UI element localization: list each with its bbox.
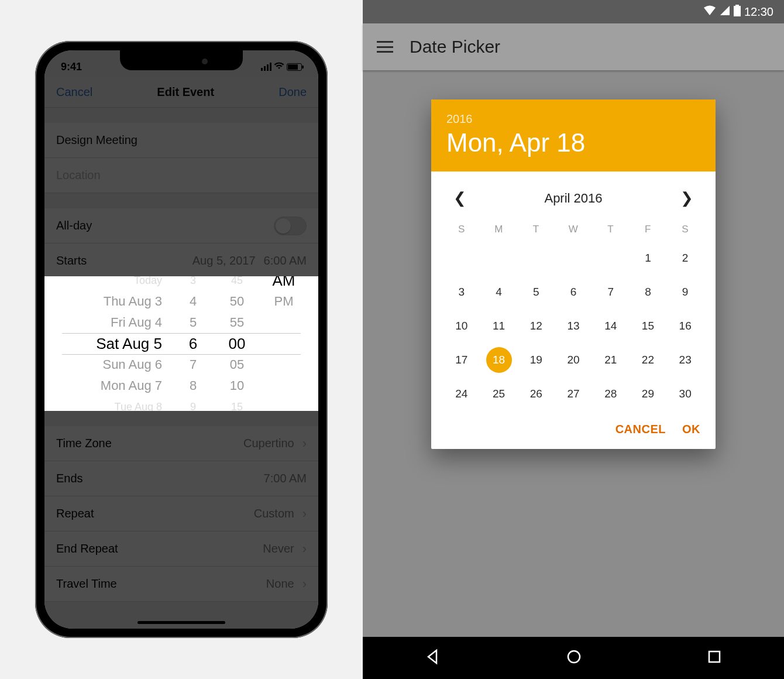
all-day-toggle[interactable] xyxy=(274,217,307,235)
travel-time-value: None xyxy=(266,577,294,591)
starts-date: Aug 5, 2017 xyxy=(192,254,256,268)
prev-month-button[interactable]: ❮ xyxy=(449,187,471,210)
chevron-right-icon: › xyxy=(302,506,307,522)
calendar-day[interactable]: 5 xyxy=(517,275,555,309)
datetime-picker[interactable]: Today Thu Aug 3 Fri Aug 4 Sat Aug 5 Sun … xyxy=(44,276,318,411)
all-day-label: All-day xyxy=(56,219,92,232)
menu-icon[interactable] xyxy=(377,41,393,53)
page-title: Edit Event xyxy=(157,85,214,99)
calendar-day[interactable]: 23 xyxy=(666,343,704,377)
picker-hour-wheel[interactable]: 3 4 5 6 7 8 9 xyxy=(173,276,214,411)
dialog-header: 2016 Mon, Apr 18 xyxy=(431,100,716,172)
calendar-day[interactable]: 1 xyxy=(630,241,667,275)
end-repeat-value: Never xyxy=(263,542,294,555)
calendar-day[interactable]: 21 xyxy=(592,343,630,377)
svg-point-0 xyxy=(568,651,580,663)
calendar-day[interactable]: 26 xyxy=(517,377,555,411)
starts-row[interactable]: Starts Aug 5, 2017 6:00 AM xyxy=(44,244,318,279)
calendar-day[interactable]: 14 xyxy=(592,309,630,343)
end-repeat-label: End Repeat xyxy=(56,542,118,555)
back-button[interactable] xyxy=(425,649,441,667)
month-label: April 2016 xyxy=(544,191,602,206)
recent-button[interactable] xyxy=(707,649,722,667)
calendar-day[interactable]: 24 xyxy=(443,377,480,411)
location-placeholder: Location xyxy=(56,169,101,182)
date-picker-dialog: 2016 Mon, Apr 18 ❮ April 2016 ❯ SMTWTFS … xyxy=(431,100,716,449)
repeat-value: Custom xyxy=(254,507,294,520)
cancel-button[interactable]: CANCEL xyxy=(615,423,666,436)
event-title-value: Design Meeting xyxy=(56,133,137,147)
calendar-day[interactable]: 12 xyxy=(517,309,555,343)
calendar-day[interactable]: 2 xyxy=(666,241,704,275)
android-nav-bar xyxy=(363,637,784,679)
home-button[interactable] xyxy=(566,649,582,667)
notch xyxy=(120,50,243,70)
calendar-day[interactable]: 11 xyxy=(480,309,518,343)
calendar-day[interactable]: 30 xyxy=(666,377,704,411)
calendar-day[interactable]: 19 xyxy=(517,343,555,377)
ios-navbar: Cancel Edit Event Done xyxy=(44,77,318,108)
calendar-day[interactable]: 10 xyxy=(443,309,480,343)
calendar-day[interactable]: 9 xyxy=(666,275,704,309)
ok-button[interactable]: OK xyxy=(682,423,700,436)
calendar-day[interactable]: 18 xyxy=(480,343,518,377)
calendar-day[interactable]: 28 xyxy=(592,377,630,411)
calendar-day[interactable]: 25 xyxy=(480,377,518,411)
calendar-day[interactable]: 13 xyxy=(555,309,592,343)
battery-icon xyxy=(734,5,741,19)
day-of-week-header: SMTWTFS xyxy=(443,224,704,235)
travel-time-row[interactable]: Travel Time None› xyxy=(44,567,318,602)
chevron-right-icon: › xyxy=(302,436,307,451)
calendar-day[interactable]: 3 xyxy=(443,275,480,309)
calendar-day[interactable]: 17 xyxy=(443,343,480,377)
calendar-day[interactable]: 8 xyxy=(630,275,667,309)
starts-time: 6:00 AM xyxy=(264,254,307,268)
time-zone-label: Time Zone xyxy=(56,437,112,450)
calendar-day: . xyxy=(555,241,592,275)
wifi-icon xyxy=(703,5,716,19)
android-status-bar: 12:30 xyxy=(363,0,784,23)
chevron-right-icon: › xyxy=(302,541,307,557)
header-year[interactable]: 2016 xyxy=(446,112,700,126)
calendar-grid: .....12345678910111213141516171819202122… xyxy=(443,241,704,411)
next-month-button[interactable]: ❯ xyxy=(676,187,698,210)
calendar-day[interactable]: 27 xyxy=(555,377,592,411)
home-indicator xyxy=(137,621,225,624)
cancel-button[interactable]: Cancel xyxy=(56,85,92,99)
picker-ampm-wheel[interactable]: AM PM xyxy=(260,276,307,411)
calendar-day[interactable]: 16 xyxy=(666,309,704,343)
calendar-day[interactable]: 4 xyxy=(480,275,518,309)
svg-rect-1 xyxy=(709,651,720,662)
starts-label: Starts xyxy=(56,254,87,268)
picker-date-wheel[interactable]: Today Thu Aug 3 Fri Aug 4 Sat Aug 5 Sun … xyxy=(56,276,173,411)
chevron-right-icon: › xyxy=(302,577,307,592)
header-date[interactable]: Mon, Apr 18 xyxy=(446,128,700,157)
picker-minute-wheel[interactable]: 45 50 55 00 05 10 15 xyxy=(214,276,260,411)
calendar-day[interactable]: 6 xyxy=(555,275,592,309)
time-zone-row[interactable]: Time Zone Cupertino› xyxy=(44,426,318,461)
done-button[interactable]: Done xyxy=(278,85,307,99)
calendar-day[interactable]: 7 xyxy=(592,275,630,309)
appbar: Date Picker xyxy=(363,23,784,70)
time-zone-value: Cupertino xyxy=(243,437,294,450)
repeat-label: Repeat xyxy=(56,507,94,520)
calendar-day: . xyxy=(480,241,518,275)
android-status-time: 12:30 xyxy=(744,5,773,19)
calendar-day[interactable]: 22 xyxy=(630,343,667,377)
cellular-icon xyxy=(720,5,730,19)
event-title-field[interactable]: Design Meeting xyxy=(44,123,318,158)
iphone-frame: 9:41 Cancel Edit Event Done Desig xyxy=(35,41,328,638)
all-day-row: All-day xyxy=(44,208,318,244)
calendar-day[interactable]: 29 xyxy=(630,377,667,411)
travel-time-label: Travel Time xyxy=(56,577,117,591)
calendar-day[interactable]: 20 xyxy=(555,343,592,377)
calendar-day: . xyxy=(517,241,555,275)
ends-value: 7:00 AM xyxy=(264,472,307,485)
appbar-title: Date Picker xyxy=(410,37,500,57)
repeat-row[interactable]: Repeat Custom› xyxy=(44,496,318,531)
ends-label: Ends xyxy=(56,472,83,485)
calendar-day[interactable]: 15 xyxy=(630,309,667,343)
end-repeat-row[interactable]: End Repeat Never› xyxy=(44,531,318,567)
location-field[interactable]: Location xyxy=(44,158,318,193)
ends-row[interactable]: Ends 7:00 AM xyxy=(44,461,318,496)
